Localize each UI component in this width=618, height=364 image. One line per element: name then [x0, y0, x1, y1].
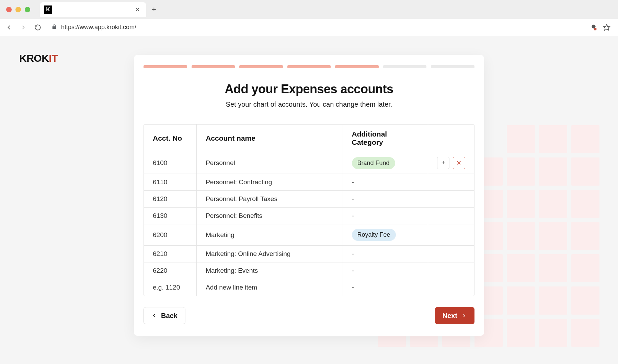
address-bar[interactable]: https://www.app.krokit.com/: [48, 21, 584, 34]
next-button-label: Next: [443, 312, 457, 320]
cell-account-name[interactable]: Personnel: Benefits: [197, 208, 343, 224]
brand-logo: KROKIT: [19, 52, 58, 64]
progress-segment: [431, 65, 474, 68]
new-tab-button[interactable]: +: [152, 5, 156, 14]
cell-actions: +✕: [428, 152, 474, 174]
chevron-left-icon: [151, 313, 157, 318]
table-row[interactable]: 6210Marketing: Online Advertising-: [144, 246, 474, 262]
svg-marker-2: [604, 24, 610, 30]
new-account-name-input[interactable]: Add new line item: [197, 279, 343, 296]
page-viewport: KROKIT Add your Expenses accounts Set yo…: [0, 36, 618, 364]
url-text: https://www.app.krokit.com/: [61, 24, 136, 31]
new-acct-no-input[interactable]: e.g. 1120: [144, 279, 197, 296]
nav-reload-button[interactable]: [34, 23, 42, 32]
browser-chrome: K ✕ + https://www.app.krokit.com/: [0, 0, 618, 36]
progress-segment: [287, 65, 331, 68]
window-minimize-icon[interactable]: [15, 7, 21, 12]
cell-acct-no[interactable]: 6130: [144, 208, 197, 224]
category-empty: -: [352, 250, 354, 257]
table-row-new[interactable]: e.g. 1120Add new line item-: [144, 279, 474, 296]
progress-segment: [144, 65, 187, 68]
cell-category[interactable]: -: [343, 174, 428, 191]
cell-actions: [428, 174, 474, 191]
cell-account-name[interactable]: Marketing: Events: [197, 262, 343, 279]
back-button[interactable]: Back: [144, 307, 185, 324]
back-button-label: Back: [161, 312, 178, 320]
address-bar-row: https://www.app.krokit.com/: [0, 19, 618, 36]
new-category-cell[interactable]: -: [343, 279, 428, 296]
category-empty: -: [352, 212, 354, 219]
table-row[interactable]: 6110Personnel: Contracting-: [144, 174, 474, 191]
cell-category[interactable]: Brand Fund: [343, 152, 428, 174]
bookmark-star-icon[interactable]: [603, 24, 610, 31]
col-header-actions: [428, 125, 474, 152]
cell-account-name[interactable]: Personnel: Payroll Taxes: [197, 191, 343, 208]
table-row[interactable]: 6200MarketingRoyalty Fee: [144, 224, 474, 246]
cell-acct-no[interactable]: 6120: [144, 191, 197, 208]
cell-acct-no[interactable]: 6210: [144, 246, 197, 262]
col-header-name: Account name: [197, 125, 343, 152]
progress-segment: [192, 65, 235, 68]
category-tag[interactable]: Brand Fund: [352, 157, 395, 169]
cell-account-name[interactable]: Personnel: [197, 152, 343, 174]
cell-category[interactable]: -: [343, 262, 428, 279]
new-actions-cell: [428, 279, 474, 296]
tab-close-icon[interactable]: ✕: [135, 6, 140, 13]
accounts-table: Acct. No Account name Additional Categor…: [144, 124, 474, 296]
cell-category[interactable]: -: [343, 208, 428, 224]
lock-icon: [52, 24, 57, 31]
category-empty: -: [352, 195, 354, 202]
cell-account-name[interactable]: Personnel: Contracting: [197, 174, 343, 191]
table-row[interactable]: 6100PersonnelBrand Fund+✕: [144, 152, 474, 174]
col-header-acct-no: Acct. No: [144, 125, 197, 152]
table-row[interactable]: 6130Personnel: Benefits-: [144, 208, 474, 224]
category-empty: -: [352, 178, 354, 186]
progress-segment: [383, 65, 427, 68]
table-row[interactable]: 6120Personnel: Payroll Taxes-: [144, 191, 474, 208]
page-subtitle: Set your chart of accounts. You can chan…: [144, 101, 474, 108]
category-tag[interactable]: Royalty Fee: [352, 229, 396, 241]
cell-actions: [428, 262, 474, 279]
cell-acct-no[interactable]: 6220: [144, 262, 197, 279]
cell-actions: [428, 224, 474, 246]
cell-account-name[interactable]: Marketing: Online Advertising: [197, 246, 343, 262]
cell-account-name[interactable]: Marketing: [197, 224, 343, 246]
wizard-card: Add your Expenses accounts Set your char…: [134, 55, 484, 336]
nav-back-button[interactable]: [5, 23, 13, 32]
extension-icons: [590, 24, 613, 31]
tab-strip: K ✕ +: [0, 0, 618, 19]
add-category-button[interactable]: +: [437, 157, 449, 169]
cell-acct-no[interactable]: 6100: [144, 152, 197, 174]
cell-category[interactable]: -: [343, 191, 428, 208]
nav-forward-button[interactable]: [19, 23, 27, 32]
cell-actions: [428, 191, 474, 208]
chevron-right-icon: [461, 313, 467, 318]
browser-tab[interactable]: K ✕: [40, 2, 146, 17]
table-row[interactable]: 6220Marketing: Events-: [144, 262, 474, 279]
cell-actions: [428, 246, 474, 262]
next-button[interactable]: Next: [435, 307, 474, 324]
progress-segment: [335, 65, 379, 68]
wizard-footer: Back Next: [144, 307, 474, 324]
cell-category[interactable]: Royalty Fee: [343, 224, 428, 246]
category-empty: -: [352, 267, 354, 274]
window-maximize-icon[interactable]: [25, 7, 30, 12]
col-header-category: Additional Category: [343, 125, 428, 152]
progress-bar: [144, 65, 474, 68]
cell-category[interactable]: -: [343, 246, 428, 262]
cell-acct-no[interactable]: 6110: [144, 174, 197, 191]
extension-icon[interactable]: [590, 24, 597, 31]
window-close-icon[interactable]: [6, 7, 12, 12]
favicon-icon: K: [44, 5, 52, 14]
cell-actions: [428, 208, 474, 224]
window-controls: [6, 7, 30, 12]
svg-rect-1: [594, 27, 596, 30]
cell-acct-no[interactable]: 6200: [144, 224, 197, 246]
page-title: Add your Expenses accounts: [144, 82, 474, 96]
progress-segment: [239, 65, 283, 68]
remove-row-button[interactable]: ✕: [453, 157, 465, 169]
